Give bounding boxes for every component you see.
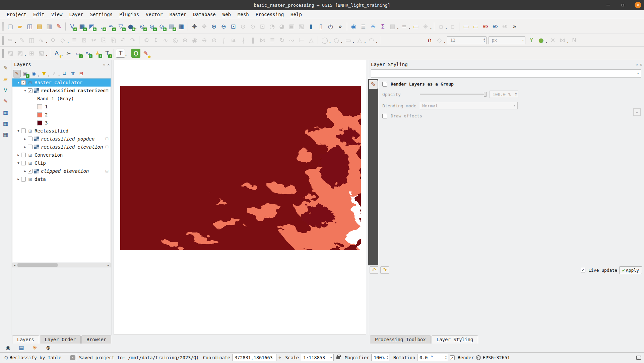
layer-visibility-checkbox[interactable]	[21, 128, 26, 133]
layer-visibility-checkbox[interactable]	[21, 153, 26, 157]
menu-project[interactable]: Project	[3, 11, 30, 18]
label-pin-button[interactable]: ▭	[461, 22, 470, 31]
dropdown-caret-icon[interactable]: ▾	[58, 74, 60, 77]
select-annotation-button[interactable]: ➢	[64, 49, 73, 58]
toolbar-drag-handle[interactable]	[2, 36, 4, 45]
new-print-layout-button[interactable]: ▤	[35, 22, 44, 31]
dropdown-caret-icon[interactable]: ▾	[15, 41, 16, 44]
layer-reclassified-rasterized[interactable]: ▼✓reclassified_rasterized_f⊟	[12, 87, 111, 95]
magnifier-spinbox[interactable]: 100% ▲▼	[371, 354, 389, 361]
add-wcs-layer-button[interactable]: ⊚+	[147, 22, 156, 31]
toolbar-overflow-2-button[interactable]: »	[510, 22, 519, 31]
clear-search-icon[interactable]: ✕	[70, 355, 75, 360]
styling-dock-icon[interactable]: ✎	[2, 64, 10, 72]
dropdown-caret-icon[interactable]: ▾	[545, 41, 547, 44]
expander-icon[interactable]: ▶	[16, 153, 21, 157]
db-manager-icon[interactable]: ▤	[18, 344, 25, 352]
pan-map-button[interactable]: ✥	[190, 22, 199, 31]
layer-visibility-checkbox[interactable]: ✓	[28, 169, 33, 173]
dropdown-caret-icon[interactable]: ▾	[46, 41, 48, 44]
maximize-button[interactable]	[620, 2, 626, 8]
apply-button[interactable]: ✔ Apply	[619, 266, 642, 274]
zoom-out-button[interactable]: ⊖	[219, 22, 228, 31]
tab-layer-order[interactable]: Layer Order	[40, 335, 81, 344]
raster-a-dock-icon[interactable]: ▦	[2, 108, 10, 116]
mouse-position-icon[interactable]: ⌖	[278, 355, 281, 361]
panel-close-icon[interactable]: ✕	[640, 62, 642, 67]
locator-search[interactable]: Ϙ Reclassify by Table ✕	[3, 354, 77, 361]
effects-options-button[interactable]: ✦	[633, 108, 641, 116]
add-arcgis-layer-button[interactable]: ▦+	[167, 22, 176, 31]
show-layout-manager-button[interactable]: ▥	[45, 22, 54, 31]
menu-edit[interactable]: Edit	[30, 11, 48, 18]
draw-effects-checkbox[interactable]	[382, 114, 387, 118]
menu-raster[interactable]: Raster	[166, 11, 190, 18]
label-move-button[interactable]: ab	[491, 22, 500, 31]
dropdown-caret-icon[interactable]: ▾	[567, 41, 569, 44]
new-project-button[interactable]: ▢	[6, 22, 15, 31]
label-highlight-button[interactable]: ab	[481, 22, 490, 31]
style-manager-button[interactable]: ✎	[54, 22, 63, 31]
panel-float-icon[interactable]: ▫	[103, 62, 106, 67]
symbology-brush-icon[interactable]: ✎	[369, 80, 378, 89]
add-raster-layer-button[interactable]: ▦+	[77, 22, 86, 31]
metasearch-icon[interactable]: ◉	[4, 344, 12, 352]
layer-visibility-checkbox[interactable]	[21, 161, 26, 165]
menu-view[interactable]: View	[48, 11, 66, 18]
layer-group-conversion[interactable]: ▶⊞Conversion	[12, 151, 111, 159]
processing-toolbox-button[interactable]: ✳	[369, 22, 378, 31]
avoid-overlap-button[interactable]: ●	[536, 36, 545, 45]
scroll-right-icon[interactable]: ►	[106, 264, 111, 267]
opacity-spinbox[interactable]: 100.0 % ▲▼	[490, 91, 518, 98]
add-delimited-text-layer-button[interactable]: ✒+	[107, 22, 116, 31]
menu-web[interactable]: Web	[219, 11, 234, 18]
expander-icon[interactable]: ▼	[16, 81, 21, 84]
panel-close-icon[interactable]: ✕	[107, 62, 110, 67]
menu-database[interactable]: Database	[190, 11, 219, 18]
temporal-controller-button[interactable]: ◷	[326, 22, 335, 31]
rotation-spinbox[interactable]: 0.0 ° ▲▼	[417, 354, 448, 361]
layer-group-reclassified[interactable]: ▼⊞Reclassified	[12, 127, 111, 135]
minimize-button[interactable]	[605, 2, 611, 8]
dropdown-caret-icon[interactable]: ▾	[46, 54, 48, 57]
messages-icon[interactable]	[636, 356, 641, 360]
dropdown-caret-icon[interactable]: ▾	[125, 54, 127, 57]
coordinate-input[interactable]	[232, 354, 276, 361]
panel-float-icon[interactable]: ▫	[636, 62, 638, 67]
expander-icon[interactable]: ▼	[16, 161, 21, 165]
toolbar-drag-handle[interactable]	[2, 22, 4, 31]
lock-scale-icon[interactable]	[336, 356, 340, 359]
vector-dock-icon[interactable]: V	[2, 86, 10, 94]
browser-dock-icon[interactable]: ▰	[2, 75, 10, 83]
data-source-manager-button[interactable]: V+	[68, 22, 77, 31]
dropdown-caret-icon[interactable]: ▾	[430, 27, 432, 30]
open-layer-styling-button[interactable]: ✎	[13, 70, 21, 77]
add-postgis-layer-button[interactable]: ●+	[126, 22, 135, 31]
dropdown-caret-icon[interactable]: ▾	[444, 41, 446, 44]
layer-group-data[interactable]: ▶⊞data	[12, 175, 111, 183]
legend-class-1[interactable]: 1	[12, 103, 111, 111]
annotation-dock-icon[interactable]: ✎	[2, 97, 10, 105]
show-bookmarks-button[interactable]: ▯	[316, 22, 325, 31]
dropdown-caret-icon[interactable]: ▾	[48, 74, 50, 77]
layers-panel-hscrollbar[interactable]: ◄ ►	[12, 263, 111, 267]
identify-features-button[interactable]: ◉	[349, 22, 358, 31]
dropdown-caret-icon[interactable]: ▾	[341, 41, 342, 44]
style-undo-button[interactable]: ↶	[370, 266, 378, 274]
add-mesh-layer-button[interactable]: ◩+	[87, 22, 96, 31]
statistical-summary-button[interactable]: ≣	[359, 22, 368, 31]
layer-visibility-checkbox[interactable]	[28, 145, 33, 149]
menu-mesh[interactable]: Mesh	[234, 11, 252, 18]
opacity-slider[interactable]	[420, 94, 487, 95]
menu-vector[interactable]: Vector	[142, 11, 166, 18]
expander-icon[interactable]: ▶	[22, 137, 28, 141]
add-wms-layer-button[interactable]: ⊚+	[138, 22, 147, 31]
collapse-all-button[interactable]: ⇈	[69, 70, 77, 77]
expander-icon[interactable]: ▶	[22, 145, 28, 149]
menu-help[interactable]: Help	[287, 11, 305, 18]
close-button[interactable]: ✕	[635, 2, 641, 8]
raster-b-dock-icon[interactable]: ▦	[2, 119, 10, 127]
layer-visibility-checkbox[interactable]	[21, 177, 26, 182]
zoom-full-button[interactable]: ⊡	[229, 22, 238, 31]
web-globe-icon[interactable]: ⊚	[45, 344, 52, 352]
